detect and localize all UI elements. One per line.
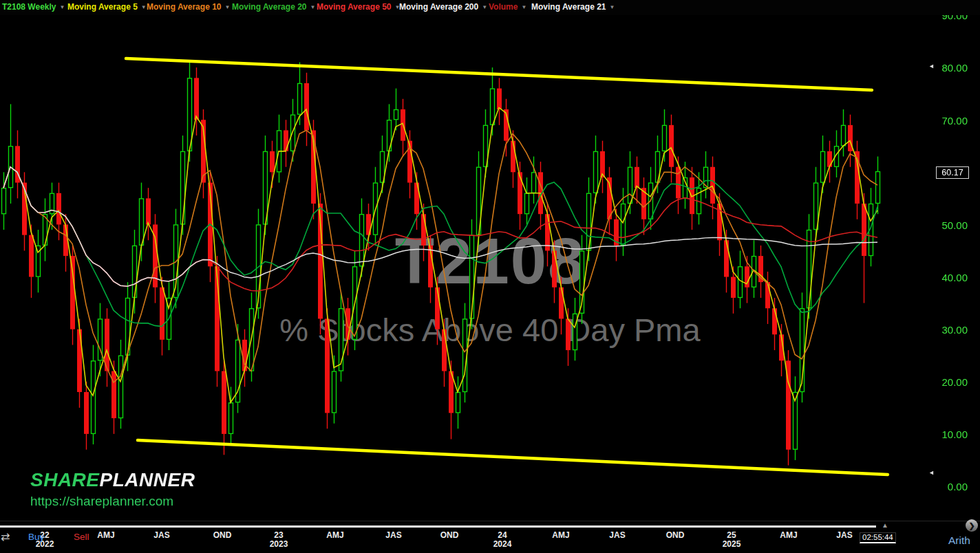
date-axis-label: OND [429, 531, 470, 540]
toolbar-indicator-6[interactable]: Volume▼ [489, 2, 526, 12]
toolbar-indicator-3[interactable]: Moving Average 20▼ [232, 2, 315, 12]
chevron-down-icon[interactable]: ▼ [310, 4, 315, 10]
chevron-down-icon[interactable]: ▼ [60, 4, 65, 10]
date-axis-label: JAS [824, 531, 865, 540]
date-axis-label: 232023 [258, 531, 299, 549]
price-axis-label: 40.00 [926, 272, 968, 283]
toolbar-indicator-0[interactable]: T2108 Weekly▼ [2, 2, 65, 12]
toolbar-indicator-2[interactable]: Moving Average 10▼ [147, 2, 230, 12]
price-chart-canvas[interactable] [0, 0, 980, 521]
axis-scale-mode-button[interactable]: Arith [948, 534, 970, 547]
toolbar-indicator-4[interactable]: Moving Average 50▼ [317, 2, 400, 12]
chevron-down-icon[interactable]: ▼ [224, 4, 230, 10]
date-axis-label: 252025 [711, 531, 752, 549]
price-axis-label: 50.00 [926, 219, 968, 231]
date-axis-label: JAS [597, 531, 638, 540]
last-price-badge: 60.17 [936, 166, 969, 179]
logo-wordmark: SHAREPLANNER [30, 469, 195, 491]
buy-button[interactable]: Buy [28, 532, 44, 542]
indicator-toolbar: T2108 Weekly▼Moving Average 5▼Moving Ave… [0, 0, 980, 15]
date-axis-label: AMJ [768, 531, 809, 540]
logo-planner: PLANNER [100, 469, 195, 490]
date-axis-label: AMJ [315, 531, 356, 540]
date-axis-label: JAS [373, 531, 414, 540]
shareplanner-logo: SHAREPLANNER https://shareplanner.com [30, 469, 195, 509]
bottom-separator [0, 521, 980, 521]
bottom-bar: ▲ 222022AMJJASOND232023AMJJASOND242024AM… [0, 521, 980, 553]
trendline-marker-arrow-icon: ◄ [928, 63, 935, 69]
date-axis-label: JAS [141, 531, 182, 540]
logo-share: SHARE [30, 469, 100, 490]
date-axis-label: OND [654, 531, 696, 540]
scrollbar-arrow-icon[interactable]: ▲ [882, 521, 888, 529]
toolbar-indicator-5[interactable]: Moving Average 200▼ [399, 2, 487, 12]
pan-arrows-icon[interactable]: ⇄ [1, 530, 10, 543]
sell-button[interactable]: Sell [74, 532, 89, 542]
toolbar-indicator-1[interactable]: Moving Average 5▼ [67, 2, 147, 12]
chevron-down-icon[interactable]: ▼ [482, 4, 487, 10]
chevron-down-icon[interactable]: ▼ [609, 4, 615, 10]
toolbar-indicator-7[interactable]: Moving Average 21▼ [531, 2, 615, 12]
horizontal-scrollbar[interactable] [0, 525, 876, 528]
bar-countdown-timer: 02:55:44 [860, 532, 896, 543]
date-axis-label: OND [202, 531, 243, 540]
chevron-down-icon[interactable]: ▼ [521, 4, 526, 10]
date-axis-label: AMJ [540, 531, 582, 540]
price-axis-label: 0.00 [926, 481, 968, 492]
scroll-right-button[interactable]: ❯ [966, 519, 978, 532]
price-axis-label: 30.00 [926, 324, 968, 336]
trendline-marker-arrow-icon: ◄ [928, 469, 935, 476]
price-axis-label: 70.00 [926, 115, 968, 127]
price-axis-label: 20.00 [926, 376, 968, 388]
price-axis-label: 10.00 [926, 429, 968, 440]
logo-url: https://shareplanner.com [30, 494, 195, 509]
date-axis-label: 242024 [482, 531, 523, 549]
chevron-down-icon[interactable]: ▼ [141, 4, 147, 10]
date-axis-label: AMJ [85, 531, 127, 540]
